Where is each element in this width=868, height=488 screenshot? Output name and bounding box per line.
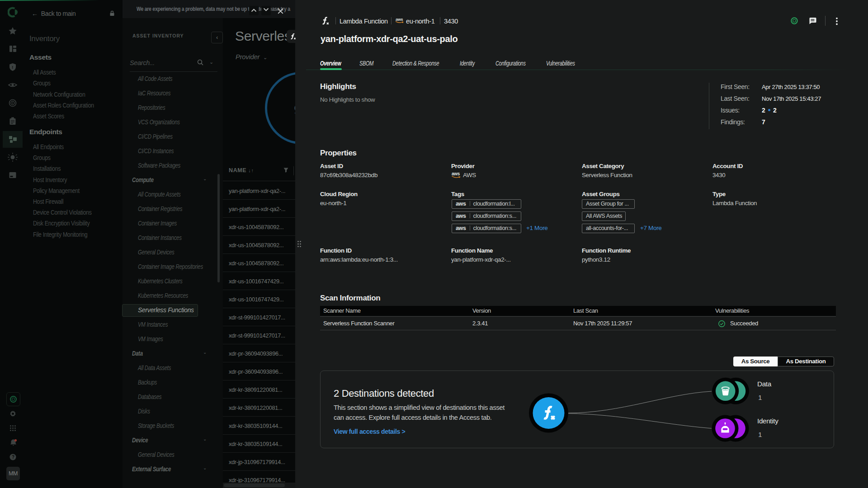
svg-text:!: !	[12, 65, 13, 70]
svg-text:aws: aws	[452, 171, 460, 176]
svg-text:?: ?	[12, 455, 14, 460]
